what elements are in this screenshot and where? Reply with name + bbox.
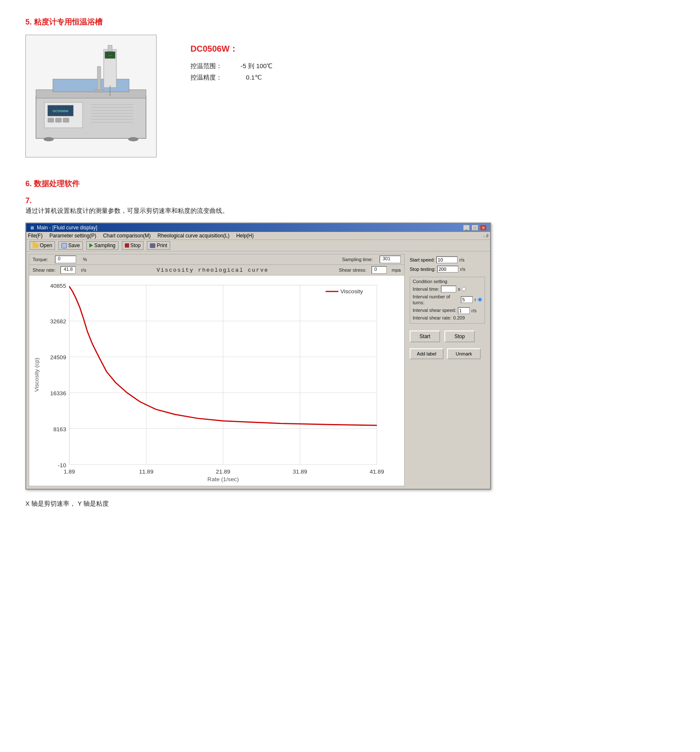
svg-text:DC0506W: DC0506W <box>53 109 69 113</box>
interval-turns-input[interactable] <box>461 296 473 303</box>
menu-help[interactable]: Help(H) <box>236 233 254 239</box>
svg-text:Viscosity: Viscosity <box>340 288 363 295</box>
svg-point-16 <box>44 137 54 141</box>
svg-rect-2 <box>53 79 129 92</box>
spec-row-1: 控温范围： -5 到 100℃ <box>190 62 273 70</box>
stop-toolbar-button[interactable]: Stop <box>122 241 144 250</box>
print-icon <box>150 243 155 248</box>
start-speed-unit: r/s <box>459 257 464 262</box>
svg-text:32682: 32682 <box>50 318 66 325</box>
svg-text:Viscosity (cp): Viscosity (cp) <box>33 358 40 392</box>
unmark-button[interactable]: Unmark <box>447 348 481 359</box>
interval-shear-rate-row: Interval shear rate: 0.209 <box>413 315 482 320</box>
interval-time-input[interactable] <box>441 286 456 292</box>
menu-param[interactable]: Parameter setting(P) <box>50 233 96 239</box>
section7-desc: 通过计算机设置粘度计的测量参数，可显示剪切速率和粘度的流变曲线。 <box>25 207 675 215</box>
torque-label: Torque: <box>33 257 48 262</box>
titlebar-buttons: _ □ ✕ <box>463 225 487 231</box>
svg-text:21.89: 21.89 <box>216 468 230 475</box>
chart-header: Shear rate: 41.8 r/s Viscosity rheologic… <box>29 265 404 275</box>
sampling-label: Sampling <box>94 242 116 248</box>
sampling-label-status: Sampling time: <box>342 257 373 262</box>
open-button[interactable]: Open <box>30 241 55 250</box>
right-panel: Start speed: r/s Stop testing: r/s Condi… <box>407 254 488 486</box>
save-button[interactable]: Save <box>58 241 83 250</box>
shear-stress-unit: mpa <box>392 267 401 273</box>
spec-label-1: 控温范围： <box>190 62 229 70</box>
interval-shear-rate-label: Interval shear rate: <box>413 315 452 320</box>
titlebar: 🖥 Main - [Fluid curve display] _ □ ✕ <box>26 223 490 232</box>
interval-time-unit: s <box>458 286 460 292</box>
svg-text:16336: 16336 <box>50 390 66 397</box>
start-speed-label: Start speed: <box>410 257 435 262</box>
spec-value-1: -5 到 100℃ <box>241 62 273 70</box>
print-button[interactable]: Print <box>147 241 170 250</box>
software-window: 🖥 Main - [Fluid curve display] _ □ ✕ Fil… <box>25 223 491 490</box>
spec-value-2: 0.1℃ <box>246 74 262 82</box>
interval-shear-speed-unit: r/s <box>471 308 477 313</box>
interval-shear-speed-input[interactable] <box>458 307 470 314</box>
restore-btn[interactable]: □ <box>471 225 478 231</box>
shear-rate-value: 41.8 <box>61 266 76 274</box>
svg-rect-19 <box>108 45 112 52</box>
section5-title: 5. 粘度计专用恒温浴槽 <box>25 17 675 27</box>
interval-turns-row: Interval number of turns: r <box>413 294 482 306</box>
menu-right: - ∂ <box>483 233 488 238</box>
svg-point-17 <box>128 137 138 141</box>
torque-unit: % <box>83 257 87 262</box>
start-stop-row: Start Stop <box>410 331 485 342</box>
svg-text:1.89: 1.89 <box>64 468 75 475</box>
start-speed-row: Start speed: r/s <box>410 256 485 263</box>
section7: 7. 通过计算机设置粘度计的测量参数，可显示剪切速率和粘度的流变曲线。 <box>25 196 675 215</box>
svg-text:8163: 8163 <box>53 426 66 432</box>
interval-shear-rate-value: 0.209 <box>453 315 465 320</box>
svg-rect-7 <box>55 118 61 122</box>
menubar: File(F) Parameter setting(P) Chart compa… <box>26 232 490 240</box>
svg-text:41.89: 41.89 <box>369 468 384 475</box>
interval-shear-speed-row: Interval shear speed: r/s <box>413 307 482 314</box>
stop-testing-input[interactable] <box>437 266 458 273</box>
add-label-button[interactable]: Add label <box>410 348 444 359</box>
stop-icon <box>125 243 129 248</box>
device-image: DC0506W <box>25 35 157 157</box>
svg-rect-24 <box>94 90 104 92</box>
interval-time-row: Interval time: s <box>413 286 482 292</box>
status-row1: Torque: 0 % Sampling time: 301 <box>29 254 404 265</box>
minimize-btn[interactable]: _ <box>463 225 470 231</box>
interval-turns-radio[interactable] <box>478 297 482 302</box>
interval-turns-label: Interval number of turns: <box>413 294 459 306</box>
condition-setting-title: Condition setting <box>413 279 482 284</box>
svg-text:-10: -10 <box>58 462 66 468</box>
section6: 6. 数据处理软件 <box>25 179 675 189</box>
sw-body: Torque: 0 % Sampling time: 301 Shear rat… <box>26 251 490 489</box>
sampling-icon <box>89 243 93 248</box>
start-speed-input[interactable] <box>436 256 457 263</box>
section7-title: 7. <box>25 196 675 205</box>
svg-text:Rate (1/sec): Rate (1/sec) <box>207 476 239 482</box>
interval-time-radio[interactable] <box>462 287 466 291</box>
section6-title: 6. 数据处理软件 <box>25 179 675 189</box>
spec-row-2: 控温精度： 0.1℃ <box>190 74 273 82</box>
open-label: Open <box>40 242 52 248</box>
sampling-time-value: 301 <box>380 256 401 263</box>
start-button[interactable]: Start <box>410 331 440 342</box>
print-label: Print <box>157 242 167 248</box>
svg-text:11.89: 11.89 <box>139 468 153 475</box>
condition-setting-box: Condition setting Interval time: s Inter… <box>410 277 485 324</box>
shear-stress-value: 0 <box>372 266 387 274</box>
menu-chart[interactable]: Chart comparison(M) <box>103 233 151 239</box>
sampling-button[interactable]: Sampling <box>86 241 119 250</box>
device-specs: DC0506W： 控温范围： -5 到 100℃ 控温精度： 0.1℃ <box>190 35 273 85</box>
folder-icon <box>33 243 39 248</box>
interval-turns-unit: r <box>474 297 476 302</box>
menu-file[interactable]: File(F) <box>28 233 43 239</box>
svg-text:31.89: 31.89 <box>293 468 307 475</box>
svg-rect-6 <box>48 118 54 122</box>
close-btn[interactable]: ✕ <box>480 225 487 231</box>
shear-stress-label: Shear stress: <box>339 267 367 273</box>
stop-button[interactable]: Stop <box>444 331 475 342</box>
stop-testing-unit: r/s <box>460 267 465 272</box>
interval-shear-speed-label: Interval shear speed: <box>413 307 456 313</box>
menu-rheological[interactable]: Rheological curve acquisition(L) <box>157 233 229 239</box>
stop-label: Stop <box>130 242 141 248</box>
